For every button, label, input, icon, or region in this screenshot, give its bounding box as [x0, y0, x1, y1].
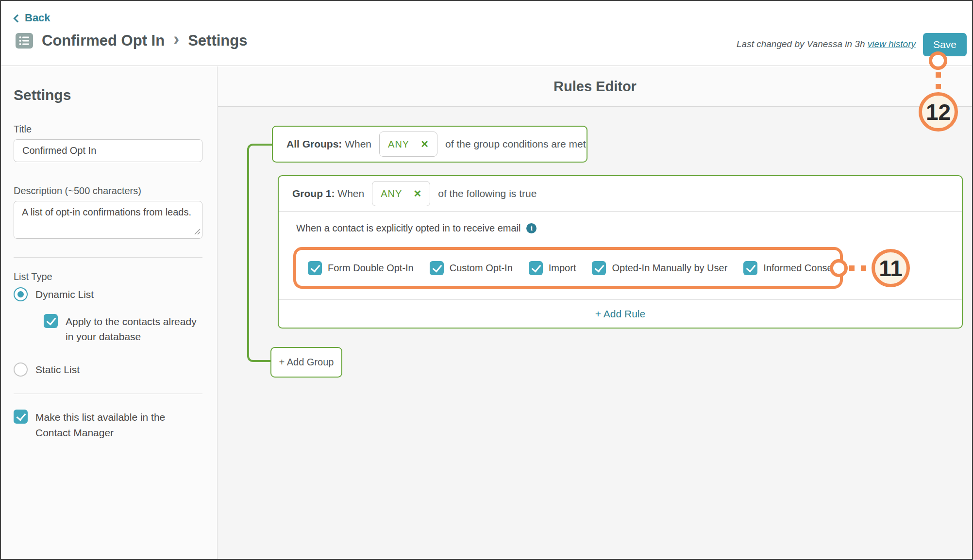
all-groups-when: When — [345, 138, 371, 149]
breadcrumb: Confirmed Opt In › Settings — [16, 32, 247, 49]
clear-icon[interactable]: ✕ — [413, 188, 421, 199]
all-groups-box: All Groups: When ANY ✕ of the group cond… — [272, 126, 587, 163]
annotation-11-badge: 11 — [872, 249, 910, 287]
apply-contacts-option[interactable]: Apply to the contacts already in your da… — [14, 314, 202, 345]
sidebar-heading: Settings — [14, 87, 202, 103]
opt-in-source-option[interactable]: Informed Consent — [743, 261, 840, 275]
back-button[interactable]: Back — [15, 12, 50, 24]
opt-in-sources-highlight: Form Double Opt-In Custom Opt-In Import … — [293, 247, 843, 289]
chevron-left-icon — [14, 14, 22, 22]
chevron-right-icon: › — [173, 33, 179, 49]
contact-manager-label: Make this list available in the Contact … — [35, 410, 196, 440]
sidebar-divider-2 — [14, 394, 202, 394]
all-groups-operator-select[interactable]: ANY ✕ — [379, 132, 437, 157]
group-1-header: Group 1: When ANY ✕ of the following is … — [279, 176, 962, 212]
group-1-box: Group 1: When ANY ✕ of the following is … — [278, 175, 963, 329]
checkbox-checked-icon[interactable] — [529, 261, 543, 275]
radio-selected-icon[interactable] — [14, 287, 28, 301]
opt-in-source-option[interactable]: Opted-In Manually by User — [592, 261, 727, 275]
group-1-when: When — [337, 188, 364, 199]
title-label: Title — [14, 124, 202, 135]
sidebar-divider — [14, 257, 202, 258]
opt-in-source-option[interactable]: Custom Opt-In — [430, 261, 513, 275]
list-icon — [16, 33, 33, 49]
rules-editor-title: Rules Editor — [554, 79, 637, 95]
checkbox-checked-icon[interactable] — [430, 261, 444, 275]
rules-editor-panel: Rules Editor All Groups: When ANY ✕ of t… — [218, 66, 972, 559]
back-label: Back — [25, 12, 50, 24]
group-tree-connector — [247, 144, 273, 362]
add-rule-row: + Add Rule — [279, 299, 962, 328]
description-label: Description (~500 characters) — [14, 185, 202, 197]
opt-in-source-option[interactable]: Import — [529, 261, 576, 275]
annotation-11-dotted-line — [849, 265, 872, 271]
annotation-11-anchor-circle — [830, 259, 848, 277]
clear-icon[interactable]: ✕ — [420, 138, 429, 150]
static-list-label: Static List — [35, 362, 80, 378]
operator-value: ANY — [388, 139, 409, 150]
settings-sidebar: Settings Title Description (~500 charact… — [1, 66, 218, 559]
rules-editor-header: Rules Editor — [218, 66, 972, 107]
last-changed-text: Last changed by Vanessa in 3h view histo… — [737, 39, 916, 49]
checkbox-checked-icon[interactable] — [592, 261, 606, 275]
all-groups-prefix: All Groups: — [286, 138, 342, 149]
group-1-prefix: Group 1: — [292, 188, 335, 199]
annotation-12-badge: 12 — [919, 92, 958, 132]
static-list-option[interactable]: Static List — [14, 362, 202, 378]
contact-manager-option[interactable]: Make this list available in the Contact … — [14, 410, 202, 440]
page-title: Confirmed Opt In — [42, 32, 165, 49]
list-type-label: List Type — [14, 271, 202, 282]
top-bar: Back Confirmed Opt In › Settings Last ch… — [1, 1, 972, 66]
app-window: Back Confirmed Opt In › Settings Last ch… — [0, 0, 973, 560]
checkbox-checked-icon[interactable] — [743, 261, 757, 275]
dynamic-list-label: Dynamic List — [35, 287, 94, 302]
save-button[interactable]: Save — [923, 33, 967, 56]
operator-value: ANY — [381, 188, 402, 199]
group-1-operator-select[interactable]: ANY ✕ — [372, 181, 430, 206]
radio-unselected-icon[interactable] — [14, 362, 28, 377]
dynamic-list-option[interactable]: Dynamic List — [14, 287, 202, 302]
group-1-suffix: of the following is true — [438, 188, 537, 199]
annotation-12-anchor-circle — [929, 51, 947, 70]
rule-description: When a contact is explicitly opted in to… — [296, 223, 537, 234]
checkbox-checked-icon[interactable] — [44, 314, 58, 328]
checkbox-checked-icon[interactable] — [14, 410, 28, 424]
title-input[interactable] — [14, 139, 202, 162]
breadcrumb-section: Settings — [188, 32, 247, 49]
add-rule-button[interactable]: + Add Rule — [595, 308, 645, 320]
annotation-12-dotted-line — [936, 72, 941, 95]
add-group-button[interactable]: + Add Group — [270, 347, 342, 378]
description-textarea[interactable]: A list of opt-in confirmations from lead… — [14, 201, 202, 239]
info-icon[interactable]: i — [526, 223, 537, 233]
view-history-link[interactable]: view history — [868, 39, 916, 49]
rules-canvas: All Groups: When ANY ✕ of the group cond… — [218, 107, 972, 559]
checkbox-checked-icon[interactable] — [308, 261, 322, 275]
opt-in-source-option[interactable]: Form Double Opt-In — [308, 261, 414, 275]
all-groups-suffix: of the group conditions are met — [445, 138, 586, 150]
apply-contacts-label: Apply to the contacts already in your da… — [66, 314, 202, 345]
